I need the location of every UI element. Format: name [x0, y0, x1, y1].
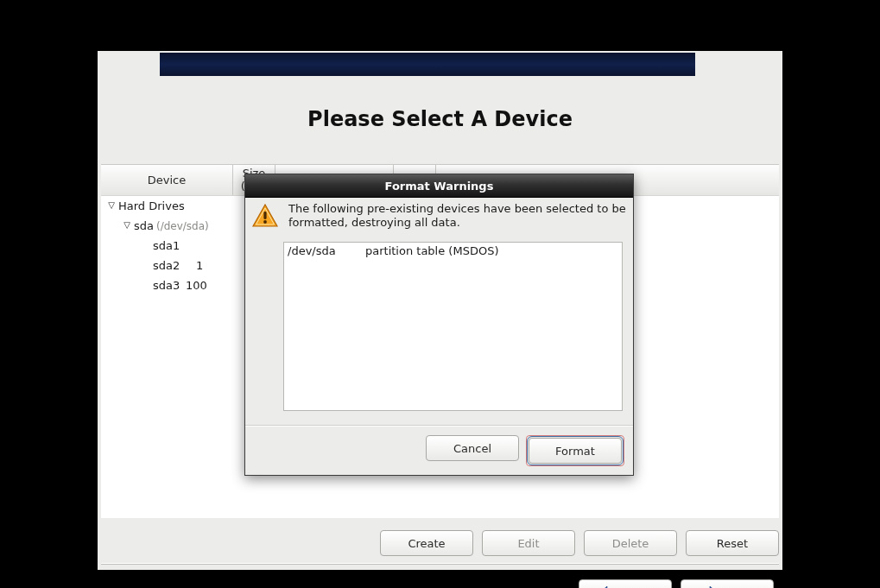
tree-disk-hint: (/dev/sda)	[156, 220, 209, 232]
dialog-title[interactable]: Format Warnings	[245, 174, 633, 198]
tree-root-label: Hard Drives	[118, 199, 185, 212]
create-button[interactable]: Create	[380, 530, 473, 556]
tree-part-label: sda1	[153, 239, 180, 252]
delete-button: Delete	[584, 530, 677, 556]
nav-actions: Back Next	[579, 579, 774, 588]
col-header-device[interactable]: Device	[101, 165, 233, 196]
format-button[interactable]: Format	[529, 438, 622, 464]
next-button[interactable]: Next	[681, 579, 774, 588]
format-type-cell: partition table (MSDOS)	[365, 244, 618, 257]
dialog-actions: Cancel Format	[245, 435, 633, 475]
cancel-button[interactable]: Cancel	[426, 435, 519, 461]
expander-icon[interactable]: ▽	[106, 200, 117, 210]
expander-icon[interactable]: ▽	[122, 220, 132, 230]
reset-button[interactable]: Reset	[686, 530, 779, 556]
tree-part-size-partial: 1	[196, 259, 203, 272]
svg-point-7	[263, 220, 267, 224]
header-banner	[160, 53, 695, 76]
page-title: Please Select A Device	[98, 107, 782, 131]
default-button-highlight: Format	[526, 435, 624, 466]
format-list[interactable]: /dev/sda partition table (MSDOS)	[283, 242, 623, 411]
tree-part-size-partial: 100	[186, 279, 207, 292]
tree-part-label: sda2	[153, 259, 180, 272]
format-warnings-dialog: Format Warnings The following pre-existi…	[244, 174, 634, 476]
tree-disk-label: sda	[134, 219, 154, 232]
edit-button: Edit	[482, 530, 575, 556]
dialog-message: The following pre-existing devices have …	[288, 202, 626, 231]
tree-part-label: sda3	[153, 279, 180, 292]
back-button[interactable]: Back	[579, 579, 672, 588]
format-device-cell: /dev/sda	[288, 244, 365, 257]
svg-rect-6	[263, 212, 266, 219]
dialog-separator	[245, 425, 633, 427]
separator	[101, 563, 779, 565]
panel-actions: Create Edit Delete Reset	[101, 530, 779, 556]
warning-icon	[252, 202, 280, 231]
format-list-row[interactable]: /dev/sda partition table (MSDOS)	[284, 243, 622, 259]
dialog-body: The following pre-existing devices have …	[245, 198, 633, 237]
